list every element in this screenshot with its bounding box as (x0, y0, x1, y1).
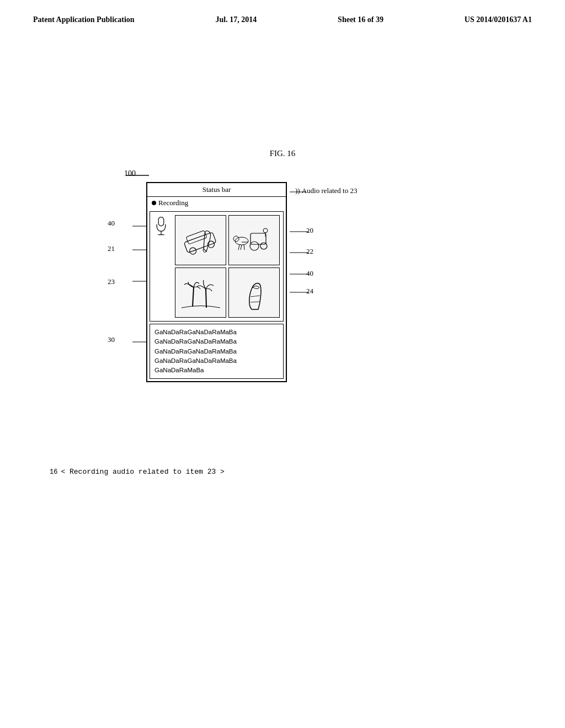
svg-line-20 (238, 245, 239, 250)
recording-dot (152, 201, 156, 205)
svg-rect-12 (184, 232, 216, 253)
trees-illustration (176, 274, 226, 312)
image-grid (175, 215, 280, 318)
ref-21: 21 (108, 244, 115, 253)
patent-header: Patent Application Publication Jul. 17, … (0, 0, 565, 24)
thumb-illustration (230, 274, 279, 312)
mic-icon (153, 216, 169, 238)
ref-100: 100 (124, 169, 136, 178)
svg-line-21 (241, 245, 242, 250)
ref-40-bottom: 40 (306, 269, 313, 278)
text-line-4: GaNaDaRaGaNaDaRaMaBa (154, 356, 279, 366)
svg-point-25 (263, 228, 268, 233)
header-patent: US 2014/0201637 A1 (465, 15, 532, 24)
ref-22: 22 (306, 247, 313, 256)
audio-annotation: )) Audio related to 23 (295, 186, 357, 195)
svg-rect-9 (158, 217, 164, 226)
svg-point-19 (235, 237, 248, 245)
figure-label: FIG. 16 (270, 149, 296, 158)
text-line-1: GaNaDaRaGaNaDaRaMaBa (154, 328, 279, 337)
svg-point-17 (250, 242, 259, 250)
text-area: GaNaDaRaGaNaDaRaMaBa GaNaDaRaGaNaDaRaMaB… (150, 324, 284, 379)
svg-line-30 (250, 302, 259, 302)
text-line-5: GaNaDaRaMaBa (154, 366, 279, 375)
ref-30: 30 (108, 335, 115, 344)
phone-device: Status bar Recording (146, 182, 287, 382)
ref-16: 16 (50, 468, 57, 476)
mic-icon-area (153, 216, 173, 244)
svg-line-28 (206, 289, 206, 308)
audio-icon: )) (295, 186, 300, 195)
ref-40-top: 40 (108, 219, 115, 228)
recording-bar: Recording (147, 197, 286, 209)
header-center-date: Jul. 17, 2014 (216, 15, 257, 24)
car-illustration (176, 221, 226, 260)
ref-24: 24 (306, 287, 313, 296)
ref-23: 23 (108, 277, 115, 286)
text-line-3: GaNaDaRaGaNaDaRaMaBa (154, 347, 279, 356)
svg-line-29 (250, 296, 260, 297)
svg-line-22 (244, 245, 244, 250)
svg-point-18 (260, 243, 267, 249)
caption-text: < Recording audio related to item 23 > (61, 468, 224, 476)
image-cell-thumb (228, 267, 280, 318)
image-cell-trees (175, 267, 226, 318)
text-line-2: GaNaDaRaGaNaDaRaMaBa (154, 337, 279, 346)
audio-text: Audio related to 23 (302, 186, 358, 195)
status-bar: Status bar (147, 183, 286, 197)
header-left: Patent Application Publication (33, 15, 135, 24)
image-cell-car (175, 215, 226, 265)
carriage-illustration (230, 221, 279, 260)
content-area (150, 211, 284, 322)
bottom-caption: 16 < Recording audio related to item 23 … (50, 468, 225, 476)
svg-line-27 (193, 287, 194, 307)
ref-20: 20 (306, 226, 313, 235)
header-sheet: Sheet 16 of 39 (338, 15, 383, 24)
image-cell-carriage (228, 215, 280, 265)
